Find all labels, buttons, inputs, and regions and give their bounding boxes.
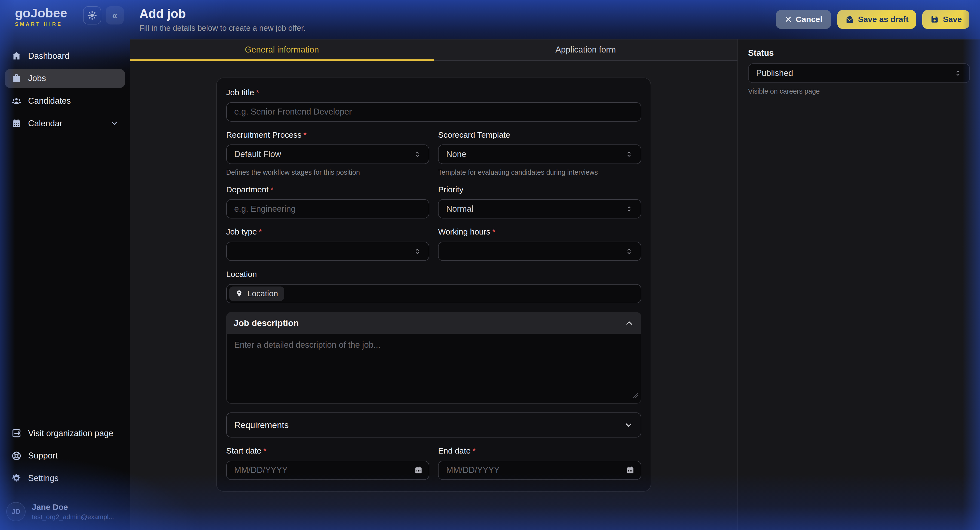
sidebar: goJobee SMART HIRE «: [0, 0, 130, 530]
end-date-wrap: [438, 461, 641, 480]
end-date-label: End date*: [438, 446, 641, 455]
required-asterisk: *: [304, 130, 307, 139]
start-date-wrap: [226, 461, 429, 480]
user-email: test_org2_admin@exampl...: [32, 513, 114, 521]
chevron-up-down-icon: [625, 150, 633, 158]
arrow-right-square-icon: [11, 428, 22, 439]
sidebar-divider: [7, 494, 130, 494]
working-hours-select[interactable]: [438, 241, 641, 261]
field-location: Location Location: [226, 270, 641, 303]
sidebar-nav: Dashboard Jobs: [0, 43, 130, 136]
status-select[interactable]: Published: [748, 63, 970, 83]
sidebar-footer: Visit organization page Support: [0, 420, 130, 530]
sidebar-item-calendar[interactable]: Calendar: [5, 114, 125, 133]
working-hours-label: Working hours*: [438, 227, 641, 236]
field-job-type: Job type*: [226, 227, 429, 261]
form-row-dates: Start date*: [226, 446, 641, 480]
logo-text: goJobee: [15, 6, 83, 20]
department-label: Department*: [226, 185, 429, 194]
status-panel: Status Published Visible on careers page: [737, 40, 980, 530]
required-asterisk: *: [259, 227, 262, 236]
priority-label: Priority: [438, 185, 641, 194]
status-helper: Visible on careers page: [748, 87, 970, 95]
sun-icon: [87, 10, 97, 21]
cancel-button[interactable]: Cancel: [776, 10, 831, 29]
field-recruitment-process: Recruitment Process* Default Flow Define…: [226, 130, 429, 176]
sidebar-item-candidates[interactable]: Candidates: [5, 91, 125, 110]
status-label: Status: [748, 48, 970, 58]
department-input[interactable]: [226, 199, 429, 219]
chevron-up-down-icon: [625, 247, 633, 255]
sidebar-item-dashboard[interactable]: Dashboard: [5, 46, 125, 65]
sidebar-item-label: Calendar: [28, 119, 62, 129]
home-icon: [11, 51, 22, 61]
job-type-select[interactable]: [226, 241, 429, 261]
sidebar-header: goJobee SMART HIRE «: [0, 6, 130, 27]
logo-tagline: SMART HIRE: [15, 21, 83, 27]
start-date-input[interactable]: [226, 461, 429, 480]
chevron-down-icon: [624, 421, 633, 430]
location-chip[interactable]: Location: [229, 287, 284, 301]
users-icon: [11, 95, 22, 106]
location-label: Location: [226, 270, 641, 279]
draft-envelope-icon: [845, 15, 854, 24]
job-title-input[interactable]: [226, 102, 641, 122]
priority-select[interactable]: Normal: [438, 199, 641, 219]
life-buoy-icon: [11, 451, 22, 461]
save-as-draft-button[interactable]: Save as draft: [837, 10, 916, 29]
logo: goJobee SMART HIRE: [15, 6, 83, 27]
scorecard-template-select[interactable]: None: [438, 144, 641, 164]
requirements-section-toggle[interactable]: Requirements: [226, 413, 641, 438]
field-end-date: End date*: [438, 446, 641, 480]
field-start-date: Start date*: [226, 446, 429, 480]
job-description-section: Job description: [226, 312, 641, 404]
sidebar-item-label: Jobs: [28, 73, 46, 83]
location-input[interactable]: Location: [226, 284, 641, 303]
sidebar-item-settings[interactable]: Settings: [5, 469, 125, 487]
field-job-title: Job title*: [226, 88, 641, 122]
recruitment-process-select[interactable]: Default Flow: [226, 144, 429, 164]
form-row-jobtype-hours: Job type* Working hours*: [226, 227, 641, 261]
user-meta: Jane Doe test_org2_admin@exampl...: [32, 503, 114, 521]
page-header-titles: Add job Fill in the details below to cre…: [139, 6, 305, 33]
app-root: goJobee SMART HIRE «: [0, 0, 980, 530]
page-header: Add job Fill in the details below to cre…: [130, 0, 980, 40]
field-scorecard-template: Scorecard Template None Template for eva…: [438, 130, 641, 176]
recruitment-process-label: Recruitment Process*: [226, 130, 429, 140]
sidebar-item-jobs[interactable]: Jobs: [5, 69, 125, 88]
select-value: Default Flow: [234, 149, 281, 159]
end-date-input[interactable]: [438, 461, 641, 480]
sidebar-item-support[interactable]: Support: [5, 446, 125, 465]
required-asterisk: *: [492, 227, 495, 236]
page-subtitle: Fill in the details below to create a ne…: [139, 24, 305, 33]
chevron-up-icon: [624, 318, 634, 328]
tab-general-information[interactable]: General information: [130, 40, 434, 60]
sidebar-collapse-button[interactable]: «: [106, 6, 124, 24]
sidebar-item-label: Settings: [28, 473, 59, 483]
form-row-process-scorecard: Recruitment Process* Default Flow Define…: [226, 130, 641, 176]
required-asterisk: *: [256, 88, 259, 97]
job-description-header[interactable]: Job description: [226, 312, 641, 334]
job-title-label: Job title*: [226, 88, 641, 97]
cancel-button-label: Cancel: [796, 15, 822, 24]
chevron-up-down-icon: [625, 205, 633, 213]
job-description-body: [226, 334, 641, 404]
user-menu[interactable]: JD Jane Doe test_org2_admin@exampl...: [0, 500, 130, 523]
tab-application-form[interactable]: Application form: [434, 40, 737, 60]
content-column: General information Application form Job…: [130, 40, 738, 530]
sidebar-item-label: Support: [28, 451, 58, 461]
field-department: Department*: [226, 185, 429, 219]
job-description-textarea[interactable]: [226, 334, 641, 404]
theme-toggle-button[interactable]: [83, 6, 101, 24]
chevrons-left-icon: «: [112, 11, 117, 20]
page-title: Add job: [139, 6, 305, 21]
form-scroll-area: Job title* Recruitment Process* Default …: [130, 61, 738, 530]
form-row-department-priority: Department* Priority Normal: [226, 185, 641, 219]
save-floppy-icon: [930, 15, 939, 24]
select-value: Published: [756, 68, 793, 78]
map-pin-icon: [235, 290, 243, 297]
sidebar-item-visit-organization-page[interactable]: Visit organization page: [5, 424, 125, 443]
job-description-title: Job description: [234, 318, 299, 328]
save-button[interactable]: Save: [922, 10, 969, 29]
requirements-title: Requirements: [234, 420, 288, 430]
